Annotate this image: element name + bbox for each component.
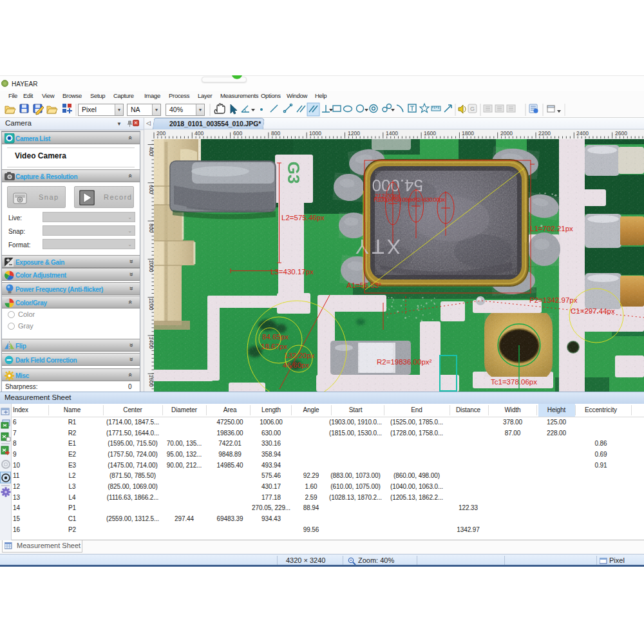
svg-text:Tc1=378.06px: Tc1=378.06px <box>491 378 537 386</box>
svg-text:C1=297.44px: C1=297.44px <box>571 307 615 315</box>
svg-text:P2=1342.97px: P2=1342.97px <box>529 296 578 304</box>
svg-text:200: 200 <box>156 130 166 137</box>
svg-text:600: 600 <box>233 130 242 137</box>
svg-text:1800: 1800 <box>462 130 474 137</box>
svg-text:2000: 2000 <box>500 130 513 137</box>
svg-text:G: G <box>470 106 475 112</box>
svg-text:600: 600 <box>148 185 155 194</box>
svg-text:1200: 1200 <box>348 130 360 137</box>
svg-text:L1=702.21px: L1=702.21px <box>530 225 573 232</box>
svg-text:2200: 2200 <box>538 130 551 137</box>
svg-text:1200: 1200 <box>148 298 155 310</box>
svg-text:800: 800 <box>148 223 155 232</box>
svg-text:1000: 1000 <box>148 260 155 272</box>
svg-text:1600: 1600 <box>148 375 155 387</box>
svg-text:132.20px: 132.20px <box>284 352 315 359</box>
svg-text:2400: 2400 <box>576 130 589 137</box>
svg-text:L2=575.46px: L2=575.46px <box>281 214 325 222</box>
svg-text:2600: 2600 <box>615 130 627 137</box>
svg-text:400: 400 <box>194 130 204 137</box>
svg-text:1000: 1000 <box>309 130 321 137</box>
svg-text:1600: 1600 <box>424 130 436 137</box>
svg-text:R2=19836.00px²: R2=19836.00px² <box>377 358 432 366</box>
svg-text:84.65px: 84.65px <box>262 333 289 341</box>
svg-text:1400: 1400 <box>148 337 155 349</box>
svg-text:A1=56.53°: A1=56.53° <box>346 281 381 289</box>
svg-text:L3=430.17px: L3=430.17px <box>270 268 314 276</box>
svg-text:1400: 1400 <box>386 130 398 137</box>
svg-text:400: 400 <box>148 147 155 156</box>
svg-text:800: 800 <box>271 130 280 137</box>
svg-text:R100pxR50.09pxR2=630.00px: R100pxR50.09pxR2=630.00px <box>374 196 445 203</box>
